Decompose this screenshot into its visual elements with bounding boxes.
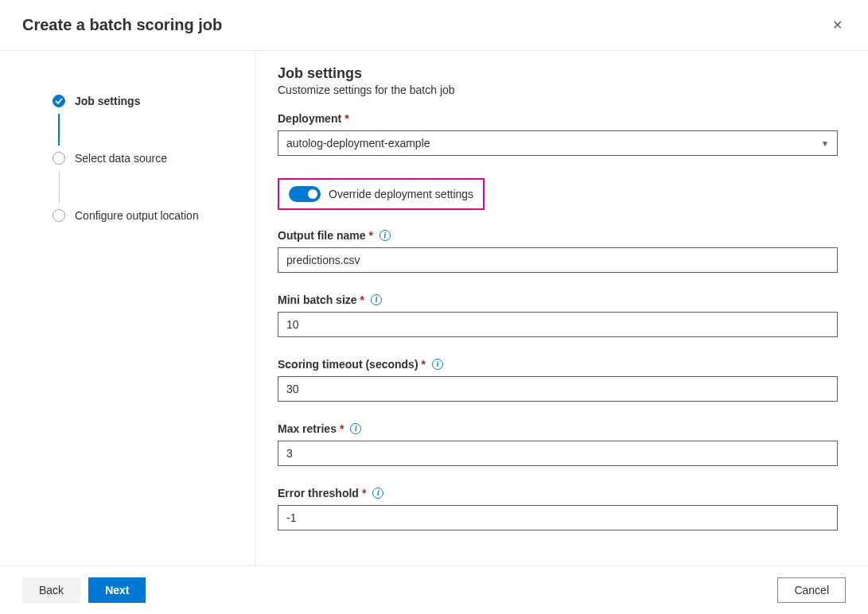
info-icon[interactable]: i [380, 230, 391, 241]
section-heading: Job settings [278, 65, 838, 82]
next-button[interactable]: Next [88, 577, 146, 603]
step-label: Select data source [75, 152, 167, 165]
deployment-label: Deployment * [278, 112, 838, 125]
deployment-select[interactable]: autolog-deployment-example ▼ [278, 130, 838, 156]
close-icon[interactable]: ✕ [829, 14, 846, 36]
output-file-input[interactable] [278, 247, 838, 273]
step-label: Job settings [75, 95, 140, 107]
info-icon[interactable]: i [371, 294, 382, 305]
step-configure-output-location[interactable]: Configure output location [53, 209, 232, 222]
output-file-label: Output file name * i [278, 229, 838, 242]
required-marker: * [368, 229, 372, 242]
info-icon[interactable]: i [350, 423, 361, 434]
step-connector [59, 171, 60, 203]
step-connector [58, 114, 60, 146]
override-highlight: Override deployment settings [278, 178, 485, 210]
form-scroll[interactable]: Job settings Customize settings for the … [278, 65, 862, 565]
page-title: Create a batch scoring job [22, 16, 222, 34]
required-marker: * [422, 358, 426, 371]
required-marker: * [360, 293, 364, 306]
mini-batch-input[interactable] [278, 312, 838, 337]
retries-label: Max retries * i [278, 422, 838, 435]
timeout-label: Scoring timeout (seconds) * i [278, 358, 838, 371]
step-pending-icon [53, 209, 65, 222]
retries-input[interactable] [278, 441, 838, 466]
required-marker: * [344, 112, 348, 125]
info-icon[interactable]: i [372, 488, 383, 499]
chevron-down-icon: ▼ [821, 139, 829, 148]
step-select-data-source[interactable]: Select data source [53, 152, 232, 165]
required-marker: * [340, 422, 344, 435]
step-done-icon [53, 95, 65, 107]
override-toggle[interactable] [289, 186, 321, 202]
info-icon[interactable]: i [432, 359, 443, 370]
error-threshold-label: Error threshold * i [278, 487, 838, 499]
mini-batch-label: Mini batch size * i [278, 293, 838, 306]
step-label: Configure output location [75, 209, 199, 222]
back-button[interactable]: Back [22, 577, 80, 603]
section-subtitle: Customize settings for the batch job [278, 84, 838, 96]
step-job-settings[interactable]: Job settings [53, 95, 232, 107]
step-pending-icon [53, 152, 65, 165]
wizard-steps: Job settings Select data source Configur… [0, 51, 255, 565]
override-label: Override deployment settings [329, 188, 473, 200]
cancel-button[interactable]: Cancel [777, 577, 846, 603]
timeout-input[interactable] [278, 376, 838, 402]
error-threshold-input[interactable] [278, 505, 838, 530]
deployment-value: autolog-deployment-example [286, 137, 430, 150]
required-marker: * [362, 487, 366, 499]
